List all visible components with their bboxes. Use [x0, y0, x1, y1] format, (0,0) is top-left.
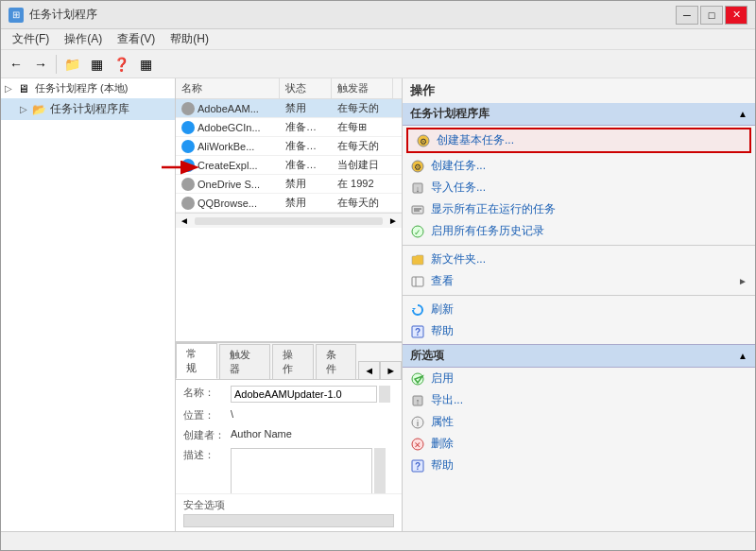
help-selected-icon: ?: [410, 458, 425, 474]
task-status-icon: [181, 140, 195, 153]
tab-general[interactable]: 常规: [176, 343, 217, 379]
detail-description-label: 描述：: [183, 448, 231, 462]
menu-file[interactable]: 文件(F): [5, 29, 57, 49]
help-selected-action[interactable]: ? 帮助: [403, 455, 755, 476]
title-bar: ⊞ 任务计划程序 ─ □ ✕: [1, 1, 755, 29]
tab-condition[interactable]: 条件: [316, 344, 357, 379]
detail-bottom-scrollbar[interactable]: [183, 514, 394, 527]
help-action[interactable]: ? 帮助: [403, 320, 755, 342]
window-controls: ─ □ ✕: [676, 6, 747, 25]
create-basic-task-action[interactable]: ⚙ 创建基本任务...: [406, 128, 751, 153]
refresh-label: 刷新: [431, 301, 454, 318]
detail-author-label: 创建者：: [183, 428, 231, 442]
refresh-action[interactable]: 刷新: [403, 299, 755, 320]
selected-section: 所选项 ▲ 启用 ↑: [403, 344, 755, 476]
tab-more-left[interactable]: ◄: [358, 361, 380, 379]
menu-bar: 文件(F) 操作(A) 查看(V) 帮助(H): [1, 29, 755, 50]
detail-name-row: 名称：: [183, 386, 394, 403]
properties-action[interactable]: i 属性: [403, 411, 755, 433]
enable-history-action[interactable]: ✓ 启用所有任务历史记录: [403, 220, 755, 242]
delete-icon: ✕: [410, 437, 425, 452]
task-library-section: 任务计划程序库 ▲ ⚙ 创建基本任务...: [403, 101, 755, 344]
task-list-body: AdobeAAM... 禁用 在每天的 AdobeGCIn... 准备就绪 在每…: [176, 99, 402, 213]
scroll-left-button[interactable]: ◄: [176, 215, 193, 226]
help-toolbar-button[interactable]: ❓: [110, 53, 132, 76]
task-list-scrollbar-h[interactable]: ◄ ►: [176, 213, 402, 228]
computer-icon: 🖥: [16, 82, 31, 95]
tree-library-item[interactable]: ▷ 📂 任务计划程序库: [1, 98, 175, 120]
extra-button[interactable]: ▦: [134, 53, 157, 76]
toolbar: ← → 📁 ▦ ❓ ▦: [1, 50, 755, 78]
table-row[interactable]: CreateExpl... 准备就绪 当创建日: [176, 156, 402, 175]
minimize-button[interactable]: ─: [676, 6, 698, 25]
enable-selected-label: 启用: [431, 370, 454, 387]
task-name: AdobeAAM...: [198, 103, 259, 114]
right-panel: 操作 任务计划程序库 ▲ ⚙ 创建基本任务...: [403, 78, 755, 531]
tree-leaf-arrow: ▷: [20, 104, 31, 114]
detail-author-value: Author Name: [231, 428, 394, 439]
window-title: 任务计划程序: [29, 7, 676, 23]
grid-button[interactable]: ▦: [85, 53, 108, 76]
left-panel: ▷ 🖥 任务计划程序 (本地) ▷ 📂 任务计划程序库: [1, 78, 176, 531]
svg-marker-15: [412, 308, 416, 310]
status-bar: [1, 531, 755, 550]
detail-description-textarea[interactable]: [231, 448, 372, 493]
scrollbar-thumb: [184, 515, 393, 526]
maximize-button[interactable]: □: [700, 6, 723, 25]
table-row[interactable]: AdobeGCIn... 准备就绪 在每⊞: [176, 118, 402, 137]
task-library-toggle[interactable]: ▲: [738, 109, 747, 119]
task-trigger-cell: 在每天的: [332, 99, 393, 117]
input-scrollbar: [379, 386, 390, 403]
tree-root-label: 任务计划程序 (本地): [35, 81, 128, 95]
col-name: 名称: [176, 78, 280, 98]
table-row[interactable]: AliWorkBe... 准备就绪 在每天的: [176, 137, 402, 156]
tree-root-item[interactable]: ▷ 🖥 任务计划程序 (本地): [1, 78, 175, 98]
toolbar-separator: [56, 55, 57, 74]
show-running-label: 显示所有正在运行的任务: [431, 201, 556, 217]
folder-button[interactable]: 📁: [60, 53, 83, 76]
forward-button[interactable]: →: [29, 53, 52, 76]
detail-panel: 常规 触发器 操作 条件 ◄ ► 名称： 位置： \: [176, 342, 402, 531]
table-row[interactable]: AdobeAAM... 禁用 在每天的: [176, 99, 402, 118]
scroll-right-button[interactable]: ►: [385, 215, 402, 226]
scrollbar-track[interactable]: [195, 217, 383, 225]
table-row[interactable]: OneDrive S... 禁用 在 1992: [176, 175, 402, 194]
task-status-icon: [181, 102, 195, 115]
show-running-tasks-action[interactable]: 显示所有正在运行的任务: [403, 198, 755, 220]
task-name: AdobeGCIn...: [198, 122, 261, 133]
selected-section-header: 所选项 ▲: [403, 344, 755, 368]
enable-selected-action[interactable]: 启用: [403, 368, 755, 389]
back-button[interactable]: ←: [5, 53, 27, 76]
refresh-icon: [410, 302, 425, 318]
detail-location-label: 位置：: [183, 408, 231, 422]
delete-action[interactable]: ✕ 删除: [403, 433, 755, 455]
task-name-cell: AdobeAAM...: [176, 100, 280, 117]
detail-name-input[interactable]: [231, 386, 377, 403]
export-action[interactable]: ↑ 导出...: [403, 389, 755, 411]
enable-selected-icon: [410, 371, 425, 387]
tab-trigger[interactable]: 触发器: [219, 344, 270, 379]
close-button[interactable]: ✕: [725, 6, 747, 25]
detail-author-row: 创建者： Author Name: [183, 428, 394, 442]
enable-history-icon: ✓: [410, 224, 425, 239]
task-trigger-cell: 在每天的: [332, 137, 393, 155]
import-task-action[interactable]: ↓ 导入任务...: [403, 177, 755, 198]
tree-expand-icon: ▷: [5, 83, 16, 94]
tab-more-right[interactable]: ►: [380, 361, 402, 379]
menu-help[interactable]: 帮助(H): [163, 29, 216, 49]
tab-action[interactable]: 操作: [272, 344, 314, 379]
table-row[interactable]: QQBrowse... 禁用 在每天的: [176, 194, 402, 213]
new-folder-action[interactable]: 新文件夹...: [403, 249, 755, 270]
actions-header-title: 操作: [410, 83, 435, 97]
menu-action[interactable]: 操作(A): [57, 29, 110, 49]
new-folder-label: 新文件夹...: [431, 251, 486, 267]
selected-toggle[interactable]: ▲: [738, 351, 747, 361]
svg-text:✓: ✓: [414, 228, 421, 237]
detail-bottom: 安全选项: [176, 493, 402, 531]
svg-text:↑: ↑: [416, 397, 421, 406]
menu-view[interactable]: 查看(V): [110, 29, 163, 49]
task-name: QQBrowse...: [198, 198, 257, 209]
task-status-icon: [181, 121, 195, 134]
create-task-action[interactable]: ⚙ 创建任务...: [403, 155, 755, 177]
view-action[interactable]: 查看 ►: [403, 270, 755, 292]
